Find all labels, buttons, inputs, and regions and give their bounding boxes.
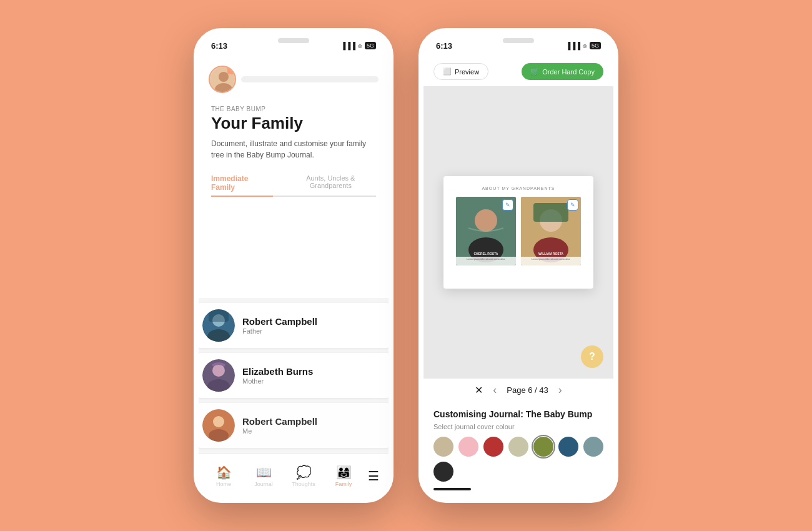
order-button[interactable]: 🛒 Order Hard Copy: [522, 63, 603, 80]
phone1-body: THE BABY BUMP Your Family Document, illu…: [199, 98, 389, 298]
preview-icon: ⬜: [443, 67, 452, 76]
swatch-teal[interactable]: [583, 437, 603, 457]
page-title: Your Family: [211, 114, 376, 133]
help-button[interactable]: ?: [581, 345, 603, 368]
phone2-header: ⬜ Preview 🛒 Order Hard Copy: [423, 58, 613, 87]
me-role: Me: [242, 427, 317, 435]
father-avatar: [202, 309, 235, 342]
journal-label: Journal: [254, 481, 273, 487]
family-card-mother[interactable]: Elizabeth Burns Mother: [199, 353, 389, 398]
avatar-edit-badge[interactable]: ✎: [227, 66, 236, 74]
page-indicator: Page 6 / 43: [507, 385, 548, 395]
user-avatar[interactable]: ✎: [209, 66, 236, 93]
father-name: Robert Campbell: [242, 316, 317, 327]
father-avatar-image: [202, 309, 235, 342]
family-card-father[interactable]: Robert Campbell Father: [199, 303, 389, 348]
phone-2: 6:13 ▐▐▐ ⌾ 5G ⬜ Preview 🛒 Order Hard Cop…: [418, 28, 618, 503]
journal-photo-1: ✎ CHEREL ROSTA Lorem ipsum dolor sit ame…: [456, 197, 516, 266]
swatch-sage[interactable]: [508, 437, 528, 457]
svg-rect-19: [533, 203, 568, 222]
father-role: Father: [242, 327, 317, 335]
swatch-pink[interactable]: [458, 437, 478, 457]
photo-2-text: Lorem ipsum dolor sit amet consectetur: [521, 257, 581, 266]
swatch-olive[interactable]: [533, 437, 553, 457]
nav-journal[interactable]: 📖 Journal: [244, 465, 284, 487]
swatch-black[interactable]: [433, 462, 453, 482]
me-avatar-image: [202, 409, 235, 442]
preview-button[interactable]: ⬜ Preview: [433, 63, 488, 80]
pill: [278, 38, 309, 43]
close-button[interactable]: ✕: [475, 384, 483, 396]
nav-family[interactable]: 👨‍👩‍👧 Family: [324, 465, 364, 487]
signal-icon-2: ▐▐▐: [566, 42, 580, 49]
photo-1-name: CHEREL ROSTA: [456, 252, 516, 256]
photo-1-text: Lorem ipsum dolor sit amet consectetur: [456, 257, 516, 266]
swatch-red[interactable]: [483, 437, 503, 457]
page-description: Document, illustrate and customise your …: [211, 138, 376, 161]
photo-2-name: WILLIAM ROSTA: [521, 252, 581, 256]
customise-section: Customising Journal: The Baby Bump Selec…: [423, 402, 613, 498]
nav-home[interactable]: 🏠 Home: [204, 465, 244, 487]
me-info: Robert Campbell Me: [242, 416, 317, 435]
status-icons-1: ▐▐▐ ⌾ 5G: [341, 42, 376, 49]
journal-preview-area: ABOUT MY GRANDPARENTS ✎ CHEREL ROSTA Lor…: [423, 87, 613, 378]
photo-1-edit-btn[interactable]: ✎: [502, 199, 513, 211]
swatch-navy[interactable]: [558, 437, 578, 457]
status-time-1: 6:13: [211, 41, 227, 51]
mother-info: Elizabeth Burns Mother: [242, 366, 313, 385]
thoughts-icon: 💭: [296, 465, 312, 480]
tab-immediate-family[interactable]: Immediate Family: [211, 171, 273, 196]
thoughts-label: Thoughts: [292, 481, 315, 487]
nav-thoughts[interactable]: 💭 Thoughts: [284, 465, 324, 487]
home-label: Home: [216, 481, 231, 487]
mother-role: Mother: [242, 377, 313, 385]
me-avatar: [202, 409, 235, 442]
svg-point-12: [209, 429, 229, 442]
customise-subtitle: Select journal cover colour: [433, 423, 603, 430]
svg-point-14: [475, 209, 497, 232]
phone1-header: ✎: [199, 58, 389, 98]
swatch-tan[interactable]: [433, 437, 453, 457]
mother-avatar-image: [202, 359, 235, 392]
status-time-2: 6:13: [436, 41, 452, 51]
scroll-bar: [433, 488, 471, 490]
subtitle-label: THE BABY BUMP: [211, 106, 376, 112]
pill-2: [503, 38, 534, 43]
menu-icon: ☰: [365, 469, 382, 484]
bottom-nav: 🏠 Home 📖 Journal 💭 Thoughts 👨‍👩‍👧 Family…: [199, 453, 389, 498]
next-page-button[interactable]: ›: [558, 384, 562, 397]
me-name: Robert Campbell: [242, 416, 317, 427]
wifi-icon: ⌾: [358, 42, 362, 49]
mother-name: Elizabeth Burns: [242, 366, 313, 377]
cart-icon: 🛒: [530, 67, 539, 76]
page-nav: ✕ ‹ Page 6 / 43 ›: [423, 378, 613, 402]
mother-avatar: [202, 359, 235, 392]
phone-1: 6:13 ▐▐▐ ⌾ 5G ✎ THE BABY BUMP Your Famil…: [194, 28, 394, 503]
signal-icon: ▐▐▐: [341, 42, 355, 49]
phone1-content: ✎ THE BABY BUMP Your Family Document, il…: [199, 58, 389, 453]
color-swatches: [433, 437, 603, 457]
home-icon: 🏠: [216, 465, 232, 480]
svg-rect-6: [209, 309, 229, 322]
journal-photos-row: ✎ CHEREL ROSTA Lorem ipsum dolor sit ame…: [453, 197, 583, 266]
battery-icon: 5G: [365, 42, 376, 49]
photo-2-edit-btn[interactable]: ✎: [567, 199, 578, 211]
family-label: Family: [335, 481, 352, 487]
tab-aunts-uncles[interactable]: Aunts, Uncles & Grandparents: [285, 171, 376, 196]
nav-menu[interactable]: ☰: [364, 469, 384, 484]
tabs-container: Immediate Family Aunts, Uncles & Grandpa…: [211, 171, 376, 197]
prev-page-button[interactable]: ‹: [493, 384, 497, 397]
wifi-icon-2: ⌾: [583, 42, 587, 49]
svg-point-8: [212, 364, 225, 377]
header-bar: [241, 76, 379, 82]
family-list: Robert Campbell Father Elizabeth Burns: [199, 298, 389, 453]
customise-title: Customising Journal: The Baby Bump: [433, 409, 603, 419]
svg-point-11: [213, 416, 224, 427]
journal-page: ABOUT MY GRANDPARENTS ✎ CHEREL ROSTA Lor…: [443, 176, 593, 289]
family-card-me[interactable]: Robert Campbell Me: [199, 403, 389, 448]
father-info: Robert Campbell Father: [242, 316, 317, 335]
journal-page-heading: ABOUT MY GRANDPARENTS: [453, 186, 583, 191]
family-icon: 👨‍👩‍👧: [336, 465, 352, 480]
journal-photo-2: ✎ WILLIAM ROSTA Lorem ipsum dolor sit am…: [521, 197, 581, 266]
battery-icon-2: 5G: [590, 42, 601, 49]
